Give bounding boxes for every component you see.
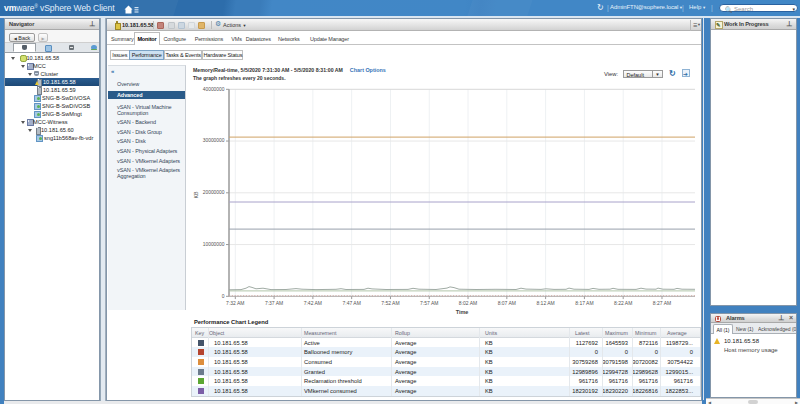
- svg-text:7:37 AM: 7:37 AM: [265, 300, 283, 306]
- svg-text:7:32 AM: 7:32 AM: [226, 300, 244, 306]
- svg-text:8:12 AM: 8:12 AM: [536, 300, 554, 306]
- svg-text:8:27 AM: 8:27 AM: [653, 300, 671, 306]
- svg-text:Time: Time: [456, 309, 469, 315]
- svg-text:7:52 AM: 7:52 AM: [381, 300, 399, 306]
- svg-text:8:02 AM: 8:02 AM: [459, 300, 477, 306]
- svg-text:40000000: 40000000: [203, 87, 225, 92]
- svg-text:8:07 AM: 8:07 AM: [498, 300, 516, 306]
- svg-text:8:17 AM: 8:17 AM: [575, 300, 593, 306]
- svg-text:8:22 AM: 8:22 AM: [614, 300, 632, 306]
- svg-text:30000000: 30000000: [203, 138, 225, 143]
- svg-text:7:57 AM: 7:57 AM: [420, 300, 438, 306]
- svg-text:7:47 AM: 7:47 AM: [342, 300, 360, 306]
- svg-text:KB: KB: [193, 191, 199, 198]
- svg-text:7:42 AM: 7:42 AM: [304, 300, 322, 306]
- svg-text:0: 0: [222, 294, 225, 299]
- svg-text:10000000: 10000000: [203, 242, 225, 247]
- svg-text:20000000: 20000000: [203, 190, 225, 195]
